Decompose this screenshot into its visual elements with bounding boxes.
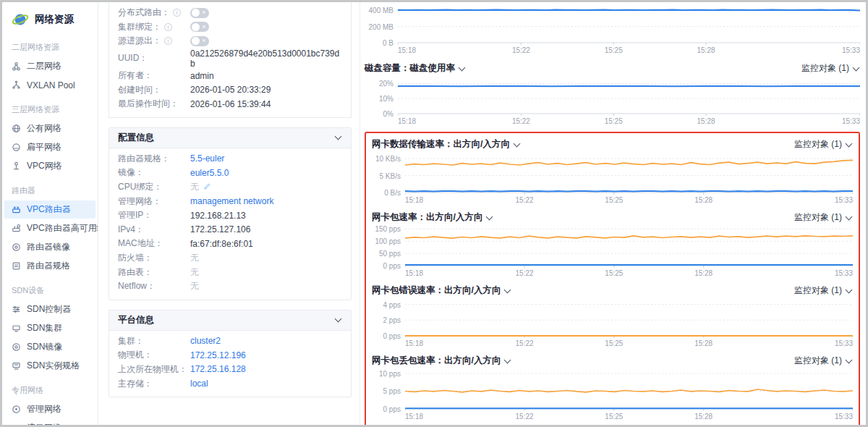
sidebar-item[interactable]: VPC路由器 [4,200,95,219]
chart-x-axis: 15:1815:2215:2515:2815:33 [405,339,853,348]
monitor-object-dropdown[interactable]: 监控对象 (1) [794,284,853,297]
y-tick-label: 400 MB [369,7,393,14]
detail-row: 物理机：172.25.12.196 [118,348,342,363]
chart-title: 网卡包丢包速率：出方向/入方向 [372,355,511,367]
sidebar-item[interactable]: 扁平网络 [4,138,95,156]
sdn-controller-icon [12,305,21,314]
detail-value: fa:67:df:8e:6f:01 [190,239,253,249]
vxlan-pool-icon [12,80,21,90]
detail-row: IPv4：172.25.127.106 [118,223,342,237]
chart-header: 网卡包错误速率：出方向/入方向监控对象 (1) [372,282,853,300]
detail-label: 路由器规格： [118,153,190,165]
detail-label: 集群绑定：i [118,21,190,33]
sdn-spec-icon [12,361,21,371]
y-tick-label: 150 pps [375,225,401,233]
toggle-switch-off[interactable]: × [190,22,209,32]
chart-nic-error-rate: 网卡包错误速率：出方向/入方向监控对象 (1)0 pps2 pps4 pps15… [372,282,853,348]
detail-row: 上次所在物理机：172.25.16.128 [118,363,342,377]
chart-plot [405,153,853,195]
detail-label: Netflow： [118,280,190,292]
chevron-down-icon[interactable] [335,133,342,140]
chevron-down-icon [846,286,853,293]
detail-value: 0a212526879d4e20b513d0001bc739db [190,48,342,69]
chevron-down-icon[interactable] [514,140,521,147]
info-icon: i [164,23,172,31]
chart-y-axis: 0 B200 MB400 MB [365,4,398,46]
monitor-object-dropdown[interactable]: 监控对象 (1) [794,211,853,224]
detail-value-link[interactable]: 5.5-euler [190,153,224,164]
detail-value-link[interactable]: cluster2 [190,336,221,346]
chart-header: 网卡数据传输速率：出方向/入方向监控对象 (1) [372,135,853,153]
toggle-x-mark: × [202,22,205,32]
sidebar-item[interactable]: SDN集群 [4,319,95,337]
detail-panel: 分布式路由：i×集群绑定：i×源进源出：i×UUID：0a212526879d4… [98,2,360,425]
app-logo-row: 网络资源 [2,9,98,33]
chart-title: 网卡包速率：出方向/入方向 [372,211,493,224]
platform-card-header[interactable]: 平台信息 [109,310,351,331]
router-image-icon [12,242,21,252]
sidebar-item[interactable]: VPC路由器高可用组 [4,219,95,237]
chevron-down-icon[interactable] [335,316,342,323]
detail-row-toggle: 分布式路由：i× [118,6,342,20]
y-tick-label: 0% [383,110,393,118]
detail-value: 无 [190,280,199,292]
chart-plot-row: 0 pps5 pps10 pps [372,370,853,412]
chart-plot [405,370,853,412]
detail-value-link[interactable]: 172.25.16.128 [190,364,246,374]
monitor-object-dropdown[interactable]: 监控对象 (1) [801,62,860,75]
detail-label: IPv4： [118,224,190,236]
sidebar-item[interactable]: 管理网络 [4,400,95,418]
sidebar-item[interactable]: 流量网络 [4,419,95,425]
info-icon: i [173,9,181,17]
x-tick-label: 15:22 [516,269,534,277]
sidebar-item[interactable]: 公有网络 [4,119,95,138]
chevron-down-icon[interactable] [486,213,493,220]
toggle-switch-off[interactable]: × [190,8,209,18]
toggle-switch-off[interactable]: × [190,36,209,46]
y-tick-label: 10 KB/s [375,155,401,163]
chevron-down-icon[interactable] [459,64,466,71]
detail-value-link[interactable]: local [190,379,208,389]
sidebar-item[interactable]: 路由器规格 [4,257,95,275]
vpc-network-icon [12,161,21,171]
overview-card: 分布式路由：i×集群绑定：i×源进源出：i×UUID：0a212526879d4… [109,2,352,118]
detail-value-link[interactable]: management network [190,196,273,206]
chevron-down-icon[interactable] [504,286,511,293]
x-tick-label: 15:33 [835,196,853,204]
x-tick-label: 15:28 [694,269,712,277]
detail-row: 防火墙：无 [118,251,342,266]
sidebar-item[interactable]: 二层网络 [4,57,95,75]
chart-nic-packet-rate: 网卡包速率：出方向/入方向监控对象 (1)0 pps50 pps100 pps1… [372,208,853,278]
sidebar-item[interactable]: SDN控制器 [4,300,95,318]
sidebar-group-heading: 三层网络资源 [2,95,98,119]
y-tick-label: 0 B [383,39,393,47]
chevron-down-icon [846,140,853,147]
monitor-object-dropdown[interactable]: 监控对象 (1) [794,355,853,367]
config-card-header[interactable]: 配置信息 [109,128,351,148]
y-tick-label: 10 pps [379,369,401,377]
sidebar-item[interactable]: 路由器镜像 [4,238,95,256]
sidebar-item[interactable]: VPC网络 [4,157,95,175]
x-tick-label: 15:33 [842,46,860,54]
sidebar-group-heading: 专用网络 [2,376,98,399]
monitor-object-dropdown[interactable]: 监控对象 (1) [794,138,853,151]
detail-value-link[interactable]: euler5.5.0 [190,168,229,178]
y-tick-label: 2 pps [383,316,401,324]
chevron-down-icon[interactable] [504,356,511,363]
y-tick-label: 5 KB/s [380,172,401,179]
sidebar-item-label: 流量网络 [27,422,61,425]
x-tick-label: 15:33 [835,269,853,277]
x-tick-label: 15:25 [605,46,623,54]
detail-value-link[interactable]: 172.25.12.196 [190,350,246,360]
detail-value: 192.168.21.13 [190,211,246,221]
detail-label: 集群： [118,335,190,347]
sidebar-item[interactable]: SDN实例规格 [4,357,95,375]
y-tick-label: 4 pps [383,300,401,308]
detail-label: 主存储： [118,378,190,390]
detail-row: 创建时间：2026-01-05 20:33:29 [118,83,342,97]
toggle-x-mark: × [202,8,205,17]
sidebar-item[interactable]: VXLAN Pool [4,76,95,94]
sidebar-item[interactable]: SDN镜像 [4,338,95,356]
edit-pencil-icon[interactable] [203,182,211,193]
y-tick-label: 20% [379,80,393,88]
